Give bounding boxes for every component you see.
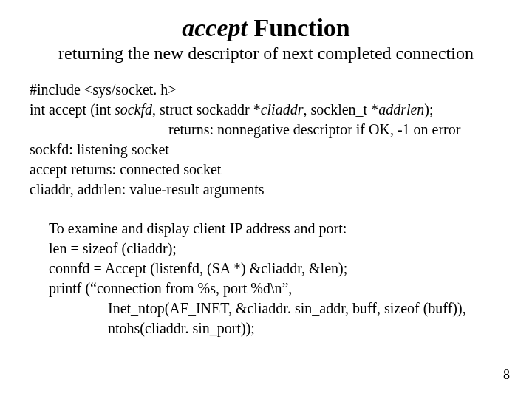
slide: accept Function returning the new descri… xyxy=(0,0,532,399)
example-block: To examine and display client IP address… xyxy=(49,219,502,338)
slide-title: accept Function xyxy=(30,13,502,42)
proto-cliaddr: cliaddr xyxy=(261,101,304,117)
def-line-accept-returns: accept returns: connected socket xyxy=(30,160,502,180)
returns-text: returns: nonnegative descriptor if OK, -… xyxy=(30,120,460,140)
proto-end: ); xyxy=(424,101,433,117)
def-line-args: cliaddr, addrlen: value-result arguments xyxy=(30,180,502,200)
example-line-len: len = sizeof (cliaddr); xyxy=(49,239,502,259)
prototype-line: int accept (int sockfd, struct sockaddr … xyxy=(30,100,502,120)
include-line: #include <sys/socket. h> xyxy=(30,80,502,100)
definition-block: #include <sys/socket. h> int accept (int… xyxy=(30,80,502,200)
example-line-inetntop: Inet_ntop(AF_INET, &cliaddr. sin_addr, b… xyxy=(49,299,502,318)
def-line-sockfd: sockfd: listening socket xyxy=(30,140,502,160)
example-line-ntohs: ntohs(cliaddr. sin_port)); xyxy=(49,318,502,338)
title-rest: Function xyxy=(248,14,350,41)
example-text-ntohs: ntohs(cliaddr. sin_port)); xyxy=(49,318,255,338)
proto-mid2: , socklen_t * xyxy=(303,101,378,117)
proto-mid1: , struct sockaddr * xyxy=(152,101,261,117)
example-line-printf: printf (“connection from %s, port %d\n”, xyxy=(49,279,502,299)
proto-addrlen: addrlen xyxy=(378,101,424,117)
returns-line: returns: nonnegative descriptor if OK, -… xyxy=(30,120,502,140)
example-text-inetntop: Inet_ntop(AF_INET, &cliaddr. sin_addr, b… xyxy=(49,299,466,318)
title-funcname: accept xyxy=(182,14,248,41)
page-number: 8 xyxy=(503,367,510,383)
example-intro: To examine and display client IP address… xyxy=(49,219,502,239)
example-line-connfd: connfd = Accept (listenfd, (SA *) &cliad… xyxy=(49,259,502,279)
slide-subtitle: returning the new descriptor of next com… xyxy=(30,44,502,64)
proto-prefix: int accept (int xyxy=(30,101,115,117)
proto-sockfd: sockfd xyxy=(115,101,152,117)
